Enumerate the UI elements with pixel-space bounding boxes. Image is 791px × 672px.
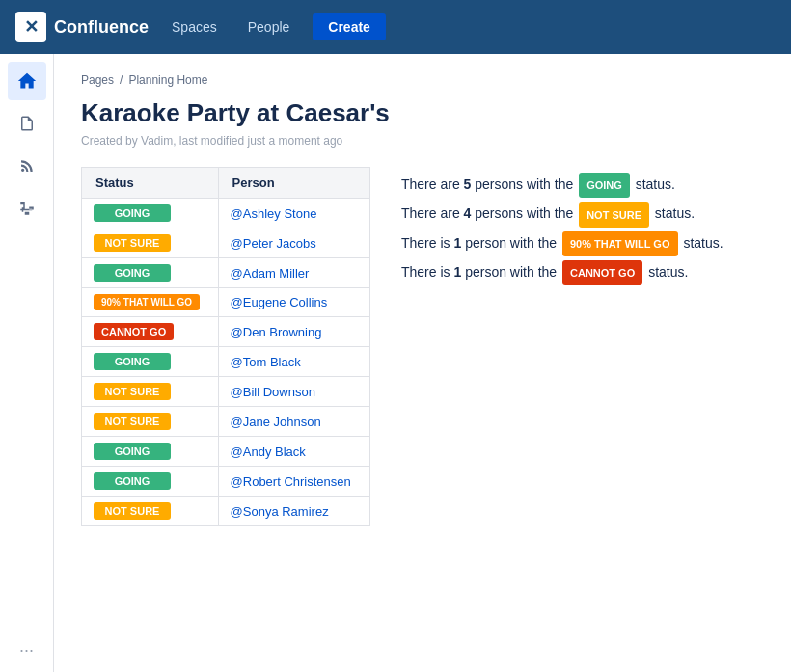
person-cell: @Peter Jacobs	[218, 228, 369, 258]
table-row: GOING@Tom Black	[82, 347, 370, 377]
status-cell: NOT SURE	[82, 377, 219, 407]
status-badge: 90% THAT WILL GO	[94, 294, 200, 310]
person-link[interactable]: @Den Browning	[231, 325, 322, 339]
summary-badge-cannot: CANNOT GO	[562, 260, 642, 285]
top-navigation: ✕ Confluence Spaces People Create	[0, 0, 791, 54]
create-button[interactable]: Create	[313, 13, 386, 40]
cannot-count: 1	[453, 264, 461, 280]
status-cell: NOT SURE	[82, 497, 219, 526]
sidebar-icon-home[interactable]	[8, 62, 46, 100]
person-link[interactable]: @Andy Black	[231, 444, 306, 459]
person-cell: @Jane Johnson	[218, 407, 369, 437]
person-link[interactable]: @Peter Jacobs	[231, 236, 316, 251]
spaces-menu[interactable]: Spaces	[164, 15, 225, 39]
people-link[interactable]: People	[240, 15, 298, 39]
breadcrumb: Pages / Planning Home	[81, 73, 764, 87]
status-cell: NOT SURE	[82, 407, 219, 437]
status-badge: GOING	[94, 264, 171, 282]
status-cell: GOING	[82, 437, 219, 467]
status-badge: NOT SURE	[94, 234, 171, 252]
person-link[interactable]: @Bill Downson	[231, 385, 315, 399]
person-link[interactable]: @Eugene Collins	[231, 295, 328, 309]
status-cell: GOING	[82, 258, 219, 288]
status-badge: CANNOT GO	[94, 323, 174, 340]
person-link[interactable]: @Jane Johnson	[231, 415, 321, 429]
person-cell: @Robert Christensen	[218, 467, 369, 497]
summary-badge-going: GOING	[579, 173, 630, 198]
page-meta: Created by Vadim, last modified just a m…	[81, 134, 764, 148]
main-content: Pages / Planning Home Karaoke Party at C…	[54, 54, 791, 672]
sidebar-icon-feed[interactable]	[8, 147, 46, 185]
logo-icon: ✕	[15, 12, 46, 42]
status-badge: GOING	[94, 472, 171, 490]
person-cell: @Bill Downson	[218, 377, 369, 407]
person-cell: @Andy Black	[218, 437, 369, 467]
status-cell: 90% THAT WILL GO	[82, 288, 219, 317]
breadcrumb-pages[interactable]: Pages	[81, 73, 114, 87]
summary-panel: There are 5 persons with the GOING statu…	[401, 167, 723, 287]
not-sure-count: 4	[464, 205, 472, 221]
left-sidebar: ···	[0, 54, 54, 672]
sidebar-more[interactable]: ···	[19, 640, 34, 660]
status-cell: GOING	[82, 467, 219, 497]
summary-badge-90: 90% THAT WILL GO	[562, 231, 678, 256]
summary-line-going: There are 5 persons with the GOING statu…	[401, 171, 723, 198]
table-row: GOING@Robert Christensen	[82, 467, 370, 497]
status-cell: GOING	[82, 347, 219, 377]
logo[interactable]: ✕ Confluence	[15, 12, 149, 42]
summary-line-cannot: There is 1 person with the CANNOT GO sta…	[401, 258, 723, 285]
status-badge: NOT SURE	[94, 502, 171, 520]
status-badge: GOING	[94, 353, 171, 370]
ninety-count: 1	[453, 235, 461, 251]
person-cell: @Ashley Stone	[218, 199, 369, 228]
content-body: Status Person GOING@Ashley StoneNOT SURE…	[81, 167, 764, 526]
status-badge: NOT SURE	[94, 413, 171, 430]
summary-badge-not-sure: NOT SURE	[579, 202, 649, 228]
person-link[interactable]: @Tom Black	[231, 355, 301, 369]
person-cell: @Eugene Collins	[218, 288, 369, 317]
sidebar-icon-pages[interactable]	[8, 104, 46, 143]
person-cell: @Den Browning	[218, 317, 369, 347]
breadcrumb-separator: /	[120, 73, 123, 87]
person-cell: @Adam Miller	[218, 258, 369, 288]
logo-text: Confluence	[54, 17, 149, 38]
person-cell: @Sonya Ramirez	[218, 497, 369, 526]
status-badge: GOING	[94, 204, 171, 222]
table-row: CANNOT GO@Den Browning	[82, 317, 370, 347]
table-row: GOING@Andy Black	[82, 437, 370, 467]
table-row: GOING@Adam Miller	[82, 258, 370, 288]
person-link[interactable]: @Sonya Ramirez	[231, 504, 329, 519]
table-row: GOING@Ashley Stone	[82, 199, 370, 228]
breadcrumb-planning-home[interactable]: Planning Home	[128, 73, 207, 87]
status-cell: GOING	[82, 199, 219, 228]
table-row: 90% THAT WILL GO@Eugene Collins	[82, 288, 370, 317]
going-count: 5	[464, 176, 472, 192]
person-link[interactable]: @Robert Christensen	[231, 474, 351, 489]
col-header-person: Person	[218, 168, 369, 199]
col-header-status: Status	[82, 168, 219, 199]
app-layout: ··· Pages / Planning Home Karaoke Party …	[0, 54, 791, 672]
status-badge: GOING	[94, 443, 171, 460]
sidebar-icon-tree[interactable]	[8, 189, 46, 228]
person-cell: @Tom Black	[218, 347, 369, 377]
summary-line-not-sure: There are 4 persons with the NOT SURE st…	[401, 200, 723, 227]
table-row: NOT SURE@Bill Downson	[82, 377, 370, 407]
person-link[interactable]: @Ashley Stone	[231, 206, 317, 221]
status-cell: CANNOT GO	[82, 317, 219, 347]
person-link[interactable]: @Adam Miller	[231, 266, 310, 281]
status-cell: NOT SURE	[82, 228, 219, 258]
page-title: Karaoke Party at Caesar's	[81, 98, 764, 128]
summary-line-90: There is 1 person with the 90% THAT WILL…	[401, 229, 723, 256]
table-row: NOT SURE@Jane Johnson	[82, 407, 370, 437]
attendance-table: Status Person GOING@Ashley StoneNOT SURE…	[81, 167, 370, 526]
table-row: NOT SURE@Peter Jacobs	[82, 228, 370, 258]
table-row: NOT SURE@Sonya Ramirez	[82, 497, 370, 526]
status-badge: NOT SURE	[94, 383, 171, 400]
